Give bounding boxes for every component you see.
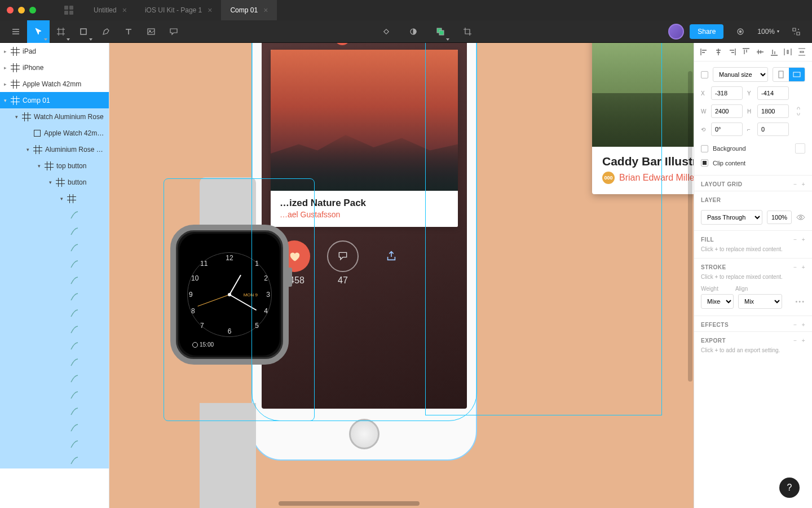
share-button[interactable]: Share	[690, 24, 723, 39]
layer-watch-42mm-inner[interactable]: Apple Watch 42m…	[0, 125, 109, 141]
blend-mode-select[interactable]: Pass Through	[701, 210, 762, 225]
align-center-v-icon[interactable]	[756, 47, 765, 56]
layer-nested[interactable]: ▾	[0, 190, 109, 207]
stroke-align-select[interactable]: Mix	[738, 294, 782, 309]
rotation-input[interactable]	[711, 122, 743, 136]
stroke-weight-select[interactable]: Mixed	[701, 294, 734, 309]
inspector-panel[interactable]: Manual size X Y W H ⟲	[694, 43, 812, 508]
watch-body[interactable]: 12 1 2 3 4 5 6 7 8 9 10 11 MON 9	[170, 225, 289, 365]
landscape-button[interactable]	[789, 68, 805, 81]
mask-tool[interactable]	[402, 20, 425, 43]
align-right-icon[interactable]	[727, 47, 736, 56]
visibility-icon[interactable]	[796, 213, 805, 222]
watch-crown[interactable]	[284, 268, 292, 287]
move-tool[interactable]	[27, 20, 50, 43]
opacity-input[interactable]	[767, 211, 792, 224]
chevron-icon[interactable]: ▾	[14, 114, 19, 120]
close-icon[interactable]: ×	[208, 6, 212, 15]
checkbox-icon[interactable]	[701, 159, 708, 167]
tab-ios-ui-kit[interactable]: iOS UI Kit - Page 1 ×	[136, 0, 222, 20]
align-left-icon[interactable]	[700, 47, 709, 56]
card-caddy-bar[interactable]: Caddy Bar Illustra 000 Brian Edward Mill…	[592, 43, 694, 194]
layer-vector[interactable]	[0, 419, 109, 436]
align-top-icon[interactable]	[742, 47, 751, 56]
user-avatar[interactable]	[668, 24, 684, 40]
minus-icon[interactable]: −	[793, 338, 797, 344]
layer-vector[interactable]	[0, 305, 109, 321]
layer-vector[interactable]	[0, 436, 109, 452]
layer-vector[interactable]	[0, 403, 109, 419]
plus-icon[interactable]: +	[802, 237, 805, 243]
portrait-button[interactable]	[773, 68, 789, 81]
component-tool[interactable]	[375, 20, 398, 43]
layer-vector[interactable]	[0, 387, 109, 403]
minus-icon[interactable]: −	[793, 181, 797, 187]
more-icon[interactable]: •••	[795, 298, 805, 305]
link-dimensions-icon[interactable]	[796, 107, 801, 116]
layer-vector[interactable]	[0, 452, 109, 468]
layers-panel[interactable]: ▸iPad ▸iPhone ▸Apple Watch 42mm ▾Comp 01…	[0, 43, 109, 508]
layer-ipad[interactable]: ▸iPad	[0, 43, 109, 59]
layer-vector[interactable]	[0, 256, 109, 272]
zoom-control[interactable]: 100% ▾	[757, 28, 779, 36]
tab-untitled[interactable]: Untitled ×	[85, 0, 136, 20]
clip-content-row[interactable]: Clip content	[701, 156, 805, 169]
align-bottom-icon[interactable]	[770, 47, 779, 56]
width-input[interactable]	[711, 104, 743, 118]
layer-watch-42[interactable]: ▸Apple Watch 42mm	[0, 76, 109, 92]
plus-icon[interactable]: +	[802, 338, 805, 344]
share-action[interactable]	[376, 240, 407, 272]
minus-icon[interactable]: −	[793, 264, 797, 270]
minimize-window[interactable]	[18, 7, 25, 14]
layer-vector[interactable]	[0, 354, 109, 370]
layer-vector[interactable]	[0, 288, 109, 305]
distribute-h-icon[interactable]	[783, 47, 792, 56]
distribute-v-icon[interactable]	[797, 47, 806, 56]
menu-button[interactable]	[5, 20, 27, 43]
layer-iphone[interactable]: ▸iPhone	[0, 59, 109, 76]
checkbox-icon[interactable]	[701, 145, 708, 152]
layer-vector[interactable]	[0, 338, 109, 354]
minus-icon[interactable]: −	[793, 237, 797, 243]
radius-input[interactable]	[757, 122, 789, 136]
background-swatch[interactable]	[795, 143, 805, 154]
layer-vector[interactable]	[0, 207, 109, 223]
chevron-icon[interactable]: ▾	[47, 179, 53, 185]
plus-icon[interactable]: +	[802, 181, 805, 187]
boolean-tool[interactable]	[429, 20, 452, 43]
crop-tool[interactable]	[456, 20, 479, 43]
tab-comp-01[interactable]: Comp 01 ×	[221, 0, 277, 20]
background-row[interactable]: Background	[701, 141, 805, 156]
chevron-icon[interactable]: ▾	[59, 196, 64, 202]
present-button[interactable]	[729, 20, 752, 43]
layer-watch-aluminium[interactable]: ▾Watch Aluminium Rose	[0, 108, 109, 125]
files-grid-icon[interactable]	[64, 6, 73, 15]
home-button[interactable]	[349, 419, 379, 449]
layer-vector[interactable]	[0, 370, 109, 387]
pen-tool[interactable]	[95, 20, 117, 43]
chevron-icon[interactable]: ▸	[2, 65, 8, 71]
chevron-icon[interactable]: ▾	[36, 163, 42, 169]
layer-aluminium-rose[interactable]: ▾Aluminium Rose …	[0, 141, 109, 157]
shape-tool[interactable]	[72, 20, 95, 43]
plus-icon[interactable]: +	[802, 264, 805, 270]
layer-button[interactable]: ▾button	[0, 174, 109, 190]
layer-vector[interactable]	[0, 223, 109, 239]
close-icon[interactable]: ×	[263, 6, 268, 15]
chevron-icon[interactable]: ▾	[2, 98, 8, 103]
chevron-icon[interactable]: ▾	[25, 147, 30, 152]
layer-comp-01[interactable]: ▾Comp 01	[0, 92, 109, 108]
chevron-icon[interactable]: ▸	[2, 81, 8, 87]
frame-tool[interactable]	[50, 20, 72, 43]
frame-size-mode[interactable]: Manual size	[713, 67, 768, 82]
close-icon[interactable]: ×	[122, 6, 127, 15]
minus-icon[interactable]: −	[793, 322, 797, 328]
comment-action[interactable]: 47	[327, 240, 359, 286]
y-input[interactable]	[757, 86, 789, 100]
horizontal-scrollbar[interactable]	[279, 501, 420, 506]
plus-icon[interactable]: +	[802, 322, 805, 328]
comment-tool[interactable]	[162, 20, 185, 43]
layer-top-button[interactable]: ▾top button	[0, 157, 109, 174]
x-input[interactable]	[711, 86, 743, 100]
chevron-icon[interactable]: ▸	[2, 49, 8, 54]
